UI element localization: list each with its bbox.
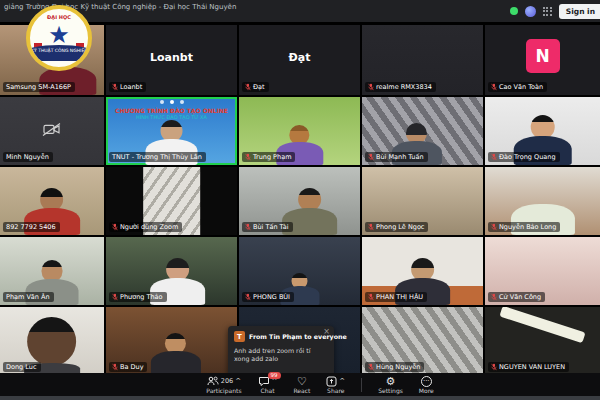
participant-tile[interactable]: Trung Phạm <box>239 97 360 165</box>
participant-name-text: Nguyễn Bảo Long <box>499 223 556 231</box>
chat-sender-avatar: T <box>234 331 245 342</box>
muted-mic-icon <box>368 83 374 91</box>
share-caret-icon[interactable]: ^ <box>339 377 345 385</box>
participant-tile[interactable]: Bùi Mạnh Tuấn <box>362 97 483 165</box>
logo-band: KỸ THUẬT CÔNG NGHIỆP <box>26 45 92 61</box>
banner-line-2: HÌNH THỨC ĐÀO TẠO TỪ XA <box>106 114 237 120</box>
participant-tile[interactable]: NCao Văn Toàn <box>485 25 600 95</box>
participant-name-label: Bùi Mạnh Tuấn <box>365 152 428 162</box>
participant-name-text: Bùi Tấn Tài <box>253 223 289 231</box>
participant-tile[interactable]: Hùng Nguyễn <box>362 307 483 375</box>
profile-avatar-icon[interactable] <box>525 6 536 17</box>
participant-name-label: Bùi Tấn Tài <box>242 222 293 232</box>
participant-tile[interactable]: Bùi Tấn Tài <box>239 167 360 235</box>
participant-name-label: realme RMX3834 <box>365 82 436 92</box>
participant-tile[interactable]: Phong Lê Ngọc <box>362 167 483 235</box>
university-logo: ĐẠI HỌC ★ KỸ THUẬT CÔNG NGHIỆP <box>26 5 92 71</box>
banner-line-1: CHƯƠNG TRÌNH ĐÀO TẠO ONLINE <box>106 107 237 114</box>
logo-arc-text: ĐẠI HỌC <box>30 14 88 20</box>
participant-name-label: Cử Văn Công <box>488 292 545 302</box>
participant-tile[interactable]: PHAN THỊ HẬU <box>362 237 483 305</box>
extension-status-icon[interactable] <box>510 7 518 15</box>
muted-mic-icon <box>368 293 374 301</box>
muted-mic-icon <box>368 363 374 371</box>
participant-tile[interactable]: realme RMX3834 <box>362 25 483 95</box>
participant-name-label: Trung Phạm <box>242 152 295 162</box>
participant-name-text: Phạm Văn Ân <box>6 293 50 301</box>
participant-name-text: Samsung SM-A166P <box>6 83 71 91</box>
muted-mic-icon <box>112 83 118 91</box>
participant-tile[interactable]: Người dùng Zoom <box>106 167 237 235</box>
participant-name-text: Cao Văn Toàn <box>499 83 543 91</box>
participant-name-label: NGUYEN VAN LUYEN <box>488 362 569 372</box>
participant-name-text: Trung Phạm <box>253 153 291 161</box>
participant-name-text: PHAN THỊ HẬU <box>376 293 423 301</box>
participant-name-label: Phạm Văn Ân <box>3 292 54 302</box>
person-silhouette <box>150 333 200 375</box>
participant-tile[interactable]: PHONG BÙI <box>239 237 360 305</box>
participant-tile[interactable]: 892 7792 5406 <box>0 167 104 235</box>
heart-icon: ♡ <box>297 376 307 387</box>
participant-tile[interactable]: Ba Duy <box>106 307 237 375</box>
participant-tile[interactable]: NGUYEN VAN LUYEN <box>485 307 600 375</box>
share-button[interactable]: ^ Share <box>326 375 345 394</box>
muted-mic-icon <box>368 153 374 161</box>
participant-display-name: Đạt <box>239 51 360 64</box>
participant-name-text: Phương Thảo <box>120 293 163 301</box>
participant-tile[interactable]: CHƯƠNG TRÌNH ĐÀO TẠO ONLINEHÌNH THỨC ĐÀO… <box>106 97 237 165</box>
muted-mic-icon <box>245 83 251 91</box>
participant-tile[interactable]: Phương Thảo <box>106 237 237 305</box>
participant-name-text: Đào Trọng Quang <box>499 153 556 161</box>
participant-name-text: Phong Lê Ngọc <box>376 223 424 231</box>
muted-mic-icon <box>245 293 251 301</box>
participant-name-text: Người dùng Zoom <box>120 223 178 231</box>
participant-name-label: PHAN THỊ HẬU <box>365 292 427 302</box>
sign-in-button[interactable]: Sign in <box>559 4 600 19</box>
more-button[interactable]: ··· More <box>419 375 434 394</box>
chat-popup-message: Anh add tren zoom rồi tí xong add zalo <box>234 347 322 363</box>
participants-icon <box>207 376 219 386</box>
participant-name-text: Cử Văn Công <box>499 293 541 301</box>
participant-tile[interactable]: Phạm Văn Ân <box>0 237 104 305</box>
participant-tile[interactable]: Dong Luc <box>0 307 104 375</box>
more-ellipsis-icon: ··· <box>421 376 432 387</box>
participant-name-text: Bùi Mạnh Tuấn <box>376 153 424 161</box>
chat-notification-popup[interactable]: × T From Tin Phạm to everyone Anh add tr… <box>228 326 334 377</box>
participant-tile[interactable]: Nguyễn Bảo Long <box>485 167 600 235</box>
participant-name-text: Đạt <box>253 83 265 91</box>
participant-tile[interactable]: Cử Văn Công <box>485 237 600 305</box>
camera-off-icon <box>41 121 63 137</box>
muted-mic-icon <box>112 293 118 301</box>
chat-unread-badge: 99 <box>268 372 281 379</box>
participant-name-label: PHONG BÙI <box>242 292 294 302</box>
participant-name-label: Minh Nguyễn <box>3 152 53 162</box>
muted-mic-icon <box>491 293 497 301</box>
participant-tile[interactable]: LoanbtLoanbt <box>106 25 237 95</box>
participant-tile[interactable]: ĐạtĐạt <box>239 25 360 95</box>
gear-icon: ⚙ <box>386 376 396 387</box>
page-title: giảng Trường Đại học Kỹ thuật Công nghiệ… <box>4 3 236 11</box>
share-screen-icon <box>326 376 337 387</box>
chat-popup-title: From Tin Phạm to everyone <box>249 333 347 340</box>
apps-grid-icon[interactable] <box>543 7 552 16</box>
close-icon[interactable]: × <box>323 327 330 336</box>
participant-name-text: 892 7792 5406 <box>6 223 56 231</box>
banner-logos <box>170 100 174 104</box>
participant-name-label: TNUT - Trương Thị Thùy Lân <box>109 152 206 162</box>
ceiling-light <box>499 307 585 343</box>
participant-name-text: NGUYEN VAN LUYEN <box>499 363 565 371</box>
participant-name-label: Phong Lê Ngọc <box>365 222 428 232</box>
chat-button[interactable]: ^ 99 Chat <box>258 375 278 394</box>
settings-button[interactable]: ⚙ Settings <box>378 375 403 394</box>
muted-mic-icon <box>112 223 118 231</box>
participants-button[interactable]: 206 ^ Participants <box>206 375 241 394</box>
browser-chrome-bar: giảng Trường Đại học Kỹ thuật Công nghiệ… <box>0 0 600 22</box>
participants-caret-icon[interactable]: ^ <box>235 377 241 385</box>
participant-name-label: Đạt <box>242 82 269 92</box>
zoom-meeting-window: giảng Trường Đại học Kỹ thuật Công nghiệ… <box>0 0 600 400</box>
participant-name-text: Dong Luc <box>6 363 37 371</box>
participant-name-text: TNUT - Trương Thị Thùy Lân <box>112 153 202 161</box>
react-button[interactable]: ♡ React <box>293 375 310 394</box>
participant-tile[interactable]: Minh Nguyễn <box>0 97 104 165</box>
participant-tile[interactable]: Đào Trọng Quang <box>485 97 600 165</box>
